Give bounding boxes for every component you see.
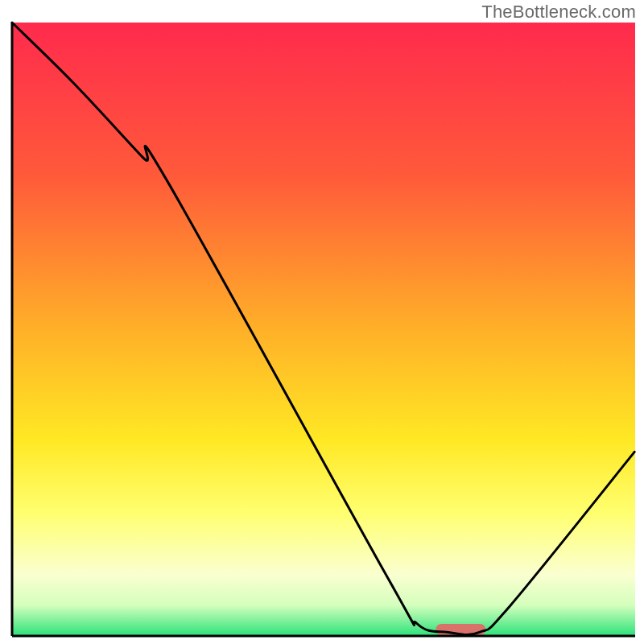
chart-background: [12, 23, 635, 636]
bottleneck-chart: [0, 0, 644, 644]
